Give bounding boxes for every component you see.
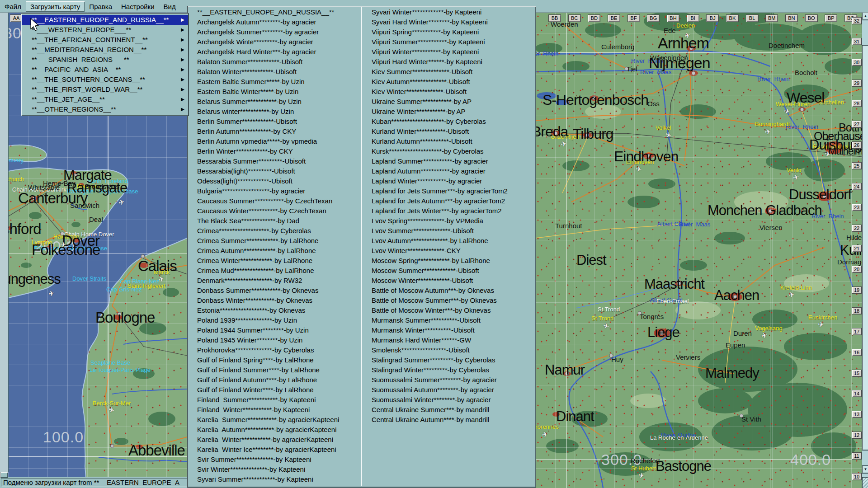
region-menu-item[interactable]: **__EASTERN_EUROPE_AND_RUSSIA__**▶ — [22, 15, 188, 25]
map-menu-item[interactable]: Suomussalmi Autumn********-by agracier — [372, 385, 530, 395]
map-menu-item[interactable]: Syvari Hard Winter********-by Kapteeni — [372, 17, 530, 27]
map-menu-item[interactable]: Central Ukraine Autumn****-by mandrill — [372, 415, 530, 425]
map-menu-item[interactable]: Bessarabia Summer*********-Ubisoft — [197, 156, 359, 166]
map-menu-item[interactable]: Karelia Winter Ice********-by agracierKa… — [197, 445, 359, 455]
map-menu-item[interactable]: Karelia Summer***********-by agracierKap… — [197, 415, 359, 425]
map-menu-item[interactable]: Poland 1939**************-by Uzin — [197, 315, 359, 325]
map-menu-item[interactable]: Prokhorovka**************-by Cyberolas — [197, 345, 359, 355]
map-menu-item[interactable]: Caucasus Winter***********-by CzechTexan — [197, 206, 359, 216]
map-menu-item[interactable]: Smolensk*****************-Ubisoft — [372, 345, 530, 355]
scrollbar-thumb[interactable] — [862, 45, 868, 450]
map-menu-item[interactable]: Donbass Winter***********-by Oknevas — [197, 296, 359, 305]
map-menu-item[interactable]: Lapland for Jets Summer***-by agracierTo… — [372, 186, 530, 196]
map-menu-item[interactable]: Kurland Autumn***********-Ubisoft — [372, 136, 530, 146]
region-menu-item[interactable]: **__PACIFIC_AND_ASIA__**▶ — [22, 65, 188, 75]
map-menu-item[interactable]: Berlin Autumn vpmedia*****-by vpmedia — [197, 136, 359, 146]
map-menu-item[interactable]: Bessarabia(light)*********-Ubisoft — [197, 166, 359, 176]
map-menu-item[interactable]: Kursk********************-by Cyberolas — [372, 146, 530, 156]
map-menu-item[interactable]: Belarus winter***********-by Uzin — [197, 107, 359, 117]
map-menu-item[interactable]: Lapland for Jets Autumn***-by agracierTo… — [372, 196, 530, 206]
map-menu-item[interactable]: Ukraine Winter***********-by AP — [372, 107, 530, 117]
map-menu-item[interactable]: Moscow Summer************-Ubisoft — [372, 266, 530, 276]
map-menu-item[interactable]: Lvov Winter**************-CKY — [372, 246, 530, 256]
map-menu-item[interactable]: Estonia******************-by Oknevas — [197, 305, 359, 315]
menu-item[interactable]: Загрузить карту — [26, 1, 85, 12]
map-menu-item[interactable]: Viipuri Summer***********-by Kapteeni — [372, 37, 530, 47]
map-menu-item[interactable]: Crimea Mud***************-by LalRhone — [197, 266, 359, 276]
map-menu-item[interactable]: Battle of Moscow Autumn***-by Oknevas — [372, 286, 530, 296]
map-menu-item[interactable]: Poland 1944 Summer********-by Uzin — [197, 325, 359, 335]
map-menu-item[interactable]: Ukraine Summer***********-by AP — [372, 97, 530, 107]
map-menu-item[interactable]: Bulgaria******************-by agracier — [197, 186, 359, 196]
map-menu-header[interactable]: **__EASTERN_EUROPE_AND_RUSSIA__** — [197, 7, 359, 17]
map-menu-item[interactable]: Murmansk Summer**********-Ubisoft — [372, 315, 530, 325]
map-menu-item[interactable]: Kuban********************-by Cyberolas — [372, 117, 530, 127]
region-menu-item[interactable]: **__THE_JET_AGE__**▶ — [22, 94, 188, 104]
region-menu-item[interactable]: **__MEDITERRANEAN_REGION__**▶ — [22, 45, 188, 55]
map-menu-item[interactable]: Stalingrad Winter*********-by Cyberolas — [372, 365, 530, 375]
map-menu-item[interactable]: Archangelsk Hard Winter***-by agracier — [197, 47, 359, 57]
map-menu-item[interactable]: Suomussalmi Winter********-by agracier — [372, 395, 530, 405]
map-menu-item[interactable]: Battle of Moscow Winter***-by Oknevas — [372, 305, 530, 315]
scroll-up-button[interactable]: ▲ — [862, 12, 868, 20]
map-menu-item[interactable]: Lapland Winter***********-by agracier — [372, 176, 530, 186]
map-menu-item[interactable]: Balaton Summer************-Ubisoft — [197, 57, 359, 67]
map-menu-item[interactable]: Gulf of Finland Autumn****-by LalRhone — [197, 375, 359, 385]
map-menu-item[interactable]: Crimea Winter************-by LalRhone — [197, 256, 359, 266]
region-menu-item[interactable]: **__THE_AFRICAN_CONTINENT__**▶ — [22, 35, 188, 45]
region-menu-item[interactable]: **__OTHER_REGIONS__**▶ — [22, 104, 188, 114]
map-menu-item[interactable]: Crimea Summer************-by LalRhone — [197, 236, 359, 246]
menu-item[interactable]: Файл — [0, 1, 26, 12]
map-menu-item[interactable]: Berlin Summer************-Ubisoft — [197, 117, 359, 127]
map-menu-item[interactable]: Eastern Baltic Summer*****-by Uzin — [197, 77, 359, 87]
map-menu-item[interactable]: Viipuri Winter***********-by Kapteeni — [372, 47, 530, 57]
map-menu-item[interactable]: Murmansk Hard Winter******-GW — [372, 335, 530, 345]
map-menu-item[interactable]: Belarus Summer***********-by Uzin — [197, 97, 359, 107]
map-menu-item[interactable]: Archangelsk Winte*********-by agracier — [197, 37, 359, 47]
map-menu-item[interactable]: Finland Summer***********-by Kapteeni — [197, 395, 359, 405]
map-menu-item[interactable]: Crimea*******************-by Cyberolas — [197, 226, 359, 236]
map-menu-item[interactable]: Murmansk Winter**********-Ubisoft — [372, 325, 530, 335]
map-menu-item[interactable]: Syvari Summer************-by Kapteeni — [197, 474, 359, 484]
map-menu-item[interactable]: Svir Winter**************-by Kapteeni — [197, 465, 359, 474]
region-menu-item[interactable]: **__THE_SOUTHERN_OCEANS__**▶ — [22, 75, 188, 84]
map-menu-item[interactable]: Lvov Summer**************-Ubisoft — [372, 226, 530, 236]
map-menu-item[interactable]: Syvari Winter************-by Kapteeni — [372, 7, 530, 17]
map-menu-item[interactable]: Moscow Spring************-by LalRhone — [372, 256, 530, 266]
map-menu-item[interactable]: Viipuri Hard Winter******-by Kapteeni — [372, 57, 530, 67]
map-menu-item[interactable]: Central Ukraine Summer***-by mandrill — [372, 405, 530, 415]
region-menu-item[interactable]: **___WESTERN_EUROPE___**▶ — [22, 25, 188, 35]
map-menu-item[interactable]: Berlin Autumn************-by CKY — [197, 127, 359, 136]
map-menu-item[interactable]: Archangelsk Autumn********-by agracier — [197, 17, 359, 27]
map-menu-item[interactable]: Kiev Summer**************-Ubisoft — [372, 67, 530, 77]
map-menu-item[interactable]: The Black Sea*************-by Dad — [197, 216, 359, 226]
map-menu-item[interactable]: Battle of Moscow Summer***-by Oknevas — [372, 296, 530, 305]
map-menu-item[interactable]: Viipuri Spring***********-by Kapteeni — [372, 27, 530, 37]
map-menu-item[interactable]: Crimea Autumn************-by LalRhone — [197, 246, 359, 256]
menu-item[interactable]: Правка — [85, 1, 117, 12]
vertical-scrollbar[interactable]: ▲ ▼ — [862, 12, 868, 488]
map-menu-item[interactable]: Odessa(light)************-Ubisoft — [197, 176, 359, 186]
map-menu-item[interactable]: Caucasus Summer***********-by CzechTexan — [197, 196, 359, 206]
menu-item[interactable]: Настройки — [117, 1, 159, 12]
menu-item[interactable]: Вид — [159, 1, 180, 12]
map-menu-item[interactable]: Archangelsk Summer********-by agracier — [197, 27, 359, 37]
scroll-down-button[interactable]: ▼ — [862, 465, 868, 474]
map-menu-item[interactable]: Denmark******************-by RW32 — [197, 276, 359, 286]
region-menu-item[interactable]: **__THE_FIRST_WORLD_WAR__**▶ — [22, 84, 188, 94]
map-menu-item[interactable]: Svir Summer**************-by Kapteeni — [197, 455, 359, 465]
map-menu-item[interactable]: Kurland Winter***********-Ubisoft — [372, 127, 530, 136]
map-menu-item[interactable]: Berlin Winter************-by CKY — [197, 146, 359, 156]
map-menu-item[interactable]: Gulf of Finland Winter****-by LalRhone — [197, 385, 359, 395]
map-menu-item[interactable]: Lvov Spring**************-by VPMedia — [372, 216, 530, 226]
map-menu-item[interactable]: Poland 1945 Winter********-by Uzin — [197, 335, 359, 345]
map-menu-item[interactable]: Suomussalmi Summer********-by agracier — [372, 375, 530, 385]
map-menu-item[interactable]: Lapland Autumn***********-by agracier — [372, 166, 530, 176]
map-menu-item[interactable]: Finland Winter***********-by Kapteeni — [197, 405, 359, 415]
map-menu-item[interactable]: Stalingrad Summer*********-by Cyberolas — [372, 355, 530, 365]
map-menu-item[interactable]: Lapland for Jets Winter***-by agracierTo… — [372, 206, 530, 216]
map-menu-item[interactable]: Balaton Winter************-Ubisoft — [197, 67, 359, 77]
map-menu-item[interactable]: Karelia Autumn***********-by agracierKap… — [197, 425, 359, 435]
map-menu-item[interactable]: Eastern Baltic Winter*****-by Uzin — [197, 87, 359, 97]
map-menu-item[interactable]: Donbass Summer***********-by Oknevas — [197, 286, 359, 296]
